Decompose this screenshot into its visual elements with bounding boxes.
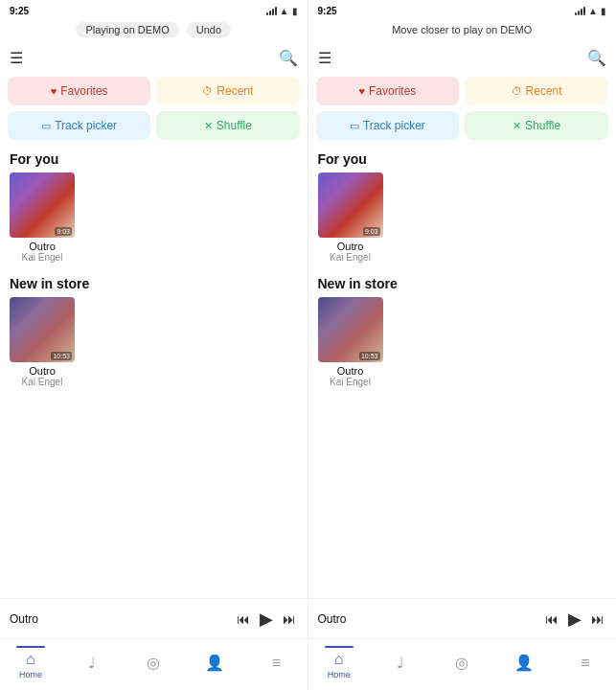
nav-home-label-left: Home: [19, 670, 42, 679]
for-you-heading-left: For you: [0, 144, 308, 171]
category-row-right: ♥ Favorites ⏱ Recent: [308, 75, 617, 111]
chip-recent-right[interactable]: ⏱ Recent: [465, 77, 608, 105]
album-cover-outro-new-right: 10:53: [318, 297, 383, 362]
left-screen: 9:25 ▲ ▮ Playing on DEMO Undo ☰ 🔍: [0, 0, 308, 690]
album-duration-2-left: 10:53: [51, 352, 72, 360]
album-duration-1-left: 9:03: [55, 227, 72, 236]
chip-favorites-label-right: Favorites: [369, 84, 416, 98]
undo-button[interactable]: Undo: [187, 22, 231, 37]
clock-icon-right: ⏱: [512, 85, 522, 97]
menu-icon-right[interactable]: ☰: [318, 49, 331, 67]
nav-music-left[interactable]: ♩: [61, 654, 123, 672]
album-artist-2-left: Kai Engel: [22, 377, 63, 387]
notification-bar-right: Move closer to play on DEMO: [308, 19, 617, 40]
play-button-left[interactable]: ▶: [260, 609, 273, 630]
nav-home-right[interactable]: ⌂ Home: [308, 646, 370, 679]
nav-queue-icon-left: ≡: [272, 655, 281, 672]
next-button-left[interactable]: ⏭: [281, 610, 298, 629]
play-button-right[interactable]: ▶: [568, 609, 582, 630]
wifi-icon-left: ▲: [280, 6, 289, 16]
category-row2-left: ▭ Track picker ✕ Shuffle: [0, 111, 308, 144]
album-item-outro-for-you-left[interactable]: 9:03 Outro Kai Engel: [10, 172, 75, 263]
status-icons-left: ▲ ▮: [266, 6, 298, 16]
signal-bars-right: [575, 6, 585, 15]
chip-trackpicker-left[interactable]: ▭ Track picker: [8, 111, 150, 140]
album-item-outro-for-you-right[interactable]: 9:03 Outro Kai Engel: [318, 172, 383, 263]
nav-home-indicator-right: [325, 646, 354, 648]
player-controls-right: ⏮ ▶ ⏭: [543, 609, 606, 630]
prev-button-left[interactable]: ⏮: [235, 610, 252, 629]
album-cover-outro-for-you-left: 9:03: [10, 172, 75, 238]
album-item-outro-new-left[interactable]: 10:53 Outro Kai Engel: [10, 297, 75, 387]
album-row-new-right: 10:53 Outro Kai Engel: [308, 295, 617, 393]
heart-icon-left: ♥: [51, 85, 57, 97]
chip-shuffle-label-left: Shuffle: [217, 119, 252, 132]
new-in-store-heading-right: New in store: [308, 268, 617, 295]
trackpicker-icon-right: ▭: [350, 120, 359, 132]
status-time-right: 9:25: [318, 6, 337, 16]
notification-bar-left: Playing on DEMO Undo: [0, 19, 308, 40]
nav-queue-left[interactable]: ≡: [245, 655, 307, 672]
album-artist-2-right: Kai Engel: [330, 377, 371, 387]
chip-shuffle-right[interactable]: ✕ Shuffle: [465, 111, 608, 140]
bottom-nav-left: ⌂ Home ♩ ◎ 👤 ≡: [0, 638, 308, 690]
chip-favorites-right[interactable]: ♥ Favorites: [316, 77, 460, 105]
album-item-outro-new-right[interactable]: 10:53 Outro Kai Engel: [318, 297, 383, 387]
shuffle-icon-left: ✕: [204, 120, 213, 132]
nav-home-indicator-left: [16, 646, 45, 648]
nav-home-left[interactable]: ⌂ Home: [0, 646, 61, 679]
chip-trackpicker-label-left: Track picker: [55, 119, 117, 132]
search-icon-right[interactable]: 🔍: [587, 49, 606, 67]
trackpicker-icon-left: ▭: [41, 120, 51, 132]
nav-music-icon-left: ♩: [88, 654, 96, 672]
nav-friends-left[interactable]: 👤: [184, 654, 245, 672]
player-bar-left: Outro ⏮ ▶ ⏭: [0, 598, 308, 638]
next-button-right[interactable]: ⏭: [589, 610, 606, 629]
player-bar-right: Outro ⏮ ▶ ⏭: [308, 598, 617, 638]
prev-button-right[interactable]: ⏮: [543, 610, 560, 629]
chip-shuffle-label-right: Shuffle: [525, 119, 560, 132]
album-row-for-you-right: 9:03 Outro Kai Engel: [308, 171, 617, 268]
player-track-left: Outro: [10, 612, 229, 626]
album-cover-outro-new-left: 10:53: [10, 297, 75, 362]
signal-bar-r4: [583, 7, 585, 15]
nav-radio-left[interactable]: ◎: [123, 654, 184, 672]
nav-home-icon-right: ⌂: [334, 651, 344, 668]
battery-icon-left: ▮: [292, 6, 298, 16]
nav-friends-right[interactable]: 👤: [492, 654, 554, 672]
nav-queue-icon-right: ≡: [581, 655, 589, 672]
nav-radio-icon-left: ◎: [147, 654, 160, 672]
nav-radio-right[interactable]: ◎: [431, 654, 492, 672]
menu-icon-left[interactable]: ☰: [10, 49, 23, 67]
signal-bar-2: [269, 11, 271, 15]
nav-music-right[interactable]: ♩: [370, 654, 431, 672]
playing-notification: Playing on DEMO: [76, 22, 178, 37]
signal-bar-r1: [575, 12, 577, 15]
wifi-icon-right: ▲: [588, 6, 598, 16]
album-duration-1-right: 9:03: [363, 227, 380, 236]
album-duration-2-right: 10:53: [359, 352, 380, 360]
chip-shuffle-left[interactable]: ✕ Shuffle: [156, 111, 299, 140]
album-cover-outro-for-you-right: 9:03: [318, 172, 383, 238]
chip-favorites-left[interactable]: ♥ Favorites: [8, 77, 150, 105]
nav-queue-right[interactable]: ≡: [555, 655, 616, 672]
battery-icon-right: ▮: [601, 6, 606, 16]
search-icon-left[interactable]: 🔍: [279, 49, 298, 67]
album-title-2-left: Outro: [29, 365, 56, 377]
nav-home-icon-left: ⌂: [26, 651, 35, 668]
album-row-new-left: 10:53 Outro Kai Engel: [0, 295, 308, 393]
nav-music-icon-right: ♩: [397, 654, 404, 672]
chip-trackpicker-right[interactable]: ▭ Track picker: [316, 111, 460, 140]
album-artist-1-right: Kai Engel: [330, 252, 371, 263]
player-controls-left: ⏮ ▶ ⏭: [235, 609, 298, 630]
signal-bars-left: [266, 6, 277, 15]
player-track-right: Outro: [318, 612, 538, 626]
new-in-store-heading-left: New in store: [0, 268, 308, 295]
chip-trackpicker-label-right: Track picker: [363, 119, 425, 132]
album-title-1-left: Outro: [29, 241, 56, 252]
chip-recent-label-right: Recent: [526, 84, 562, 98]
shuffle-icon-right: ✕: [513, 120, 521, 132]
category-row2-right: ▭ Track picker ✕ Shuffle: [308, 111, 617, 144]
chip-recent-left[interactable]: ⏱ Recent: [156, 77, 299, 105]
nav-friends-icon-right: 👤: [514, 654, 534, 672]
